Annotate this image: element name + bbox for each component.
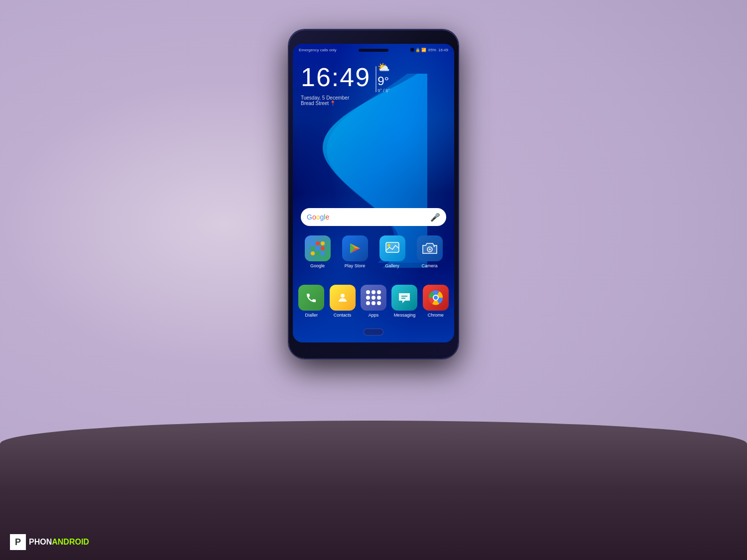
weather-widget: ⛅ 9° 9° / 6° <box>377 61 390 93</box>
app-icon-gallery[interactable]: Gallery <box>375 235 409 268</box>
camera-icon-image <box>417 235 443 261</box>
svg-point-5 <box>387 244 390 247</box>
location-text: Bread Street 📍 <box>301 101 390 106</box>
logo-icon: P <box>10 534 26 550</box>
weather-temperature: 9° <box>377 74 390 88</box>
play-store-svg <box>348 241 362 255</box>
weather-range: 9° / 6° <box>377 88 390 93</box>
phone-screen[interactable]: Emergency calls only 🔒 📶 65% 16:49 16:49… <box>293 44 454 342</box>
gallery-label: Gallery <box>385 263 399 268</box>
dock-app-dialler[interactable]: Dialler <box>297 285 326 318</box>
dialler-label: Dialler <box>305 313 318 318</box>
time-widget: 16:49 ⛅ 9° 9° / 6° Tuesday, 5 December B… <box>301 61 390 106</box>
chrome-label: Chrome <box>428 313 444 318</box>
chrome-icon-image <box>423 285 449 311</box>
status-emergency-text: Emergency calls only <box>299 48 337 52</box>
svg-point-8 <box>433 246 435 247</box>
home-button[interactable] <box>364 329 383 336</box>
dock-app-contacts[interactable]: Contacts <box>328 285 357 318</box>
google-logo: Google <box>307 213 329 221</box>
svg-point-9 <box>341 294 345 298</box>
phonandroid-logo: P PHONANDROID <box>10 534 89 550</box>
search-bar[interactable]: Google 🎤 <box>301 208 446 226</box>
camera-svg <box>422 241 438 255</box>
time-divider <box>375 66 376 92</box>
dialler-svg <box>305 292 317 304</box>
messaging-svg <box>397 292 411 304</box>
dialler-icon-image <box>298 285 324 311</box>
google-label: Google <box>310 263 325 268</box>
phone: Emergency calls only 🔒 📶 65% 16:49 16:49… <box>289 30 458 358</box>
camera-label: Camera <box>421 263 437 268</box>
date-text: Tuesday, 5 December <box>301 95 390 101</box>
status-time: 16:49 <box>438 48 448 52</box>
logo-suffix: ANDROID <box>52 538 89 546</box>
background-table <box>0 421 747 560</box>
play-store-label: Play Store <box>345 263 366 268</box>
status-battery: 65% <box>428 48 436 52</box>
google-grid <box>311 241 325 255</box>
svg-point-7 <box>429 248 431 250</box>
dock-app-apps[interactable]: Apps <box>359 285 388 318</box>
dock: Dialler Contacts <box>297 285 450 318</box>
app-icon-camera[interactable]: Camera <box>413 235 446 268</box>
time-display: 16:49 <box>301 64 371 90</box>
logo-prefix: PHON <box>29 538 52 546</box>
messaging-icon-image <box>391 285 417 311</box>
app-grid: Google <box>301 235 446 268</box>
chrome-svg <box>428 290 444 306</box>
apps-icon-image <box>361 285 386 311</box>
messaging-label: Messaging <box>394 313 416 318</box>
gallery-icon-image <box>379 235 405 261</box>
app-icon-play-store[interactable]: Play Store <box>338 235 372 268</box>
microphone-icon[interactable]: 🎤 <box>430 213 440 222</box>
phone-speaker <box>359 49 388 52</box>
svg-point-15 <box>434 296 438 300</box>
logo-text: PHONANDROID <box>29 538 89 547</box>
weather-icon: ⛅ <box>377 61 390 73</box>
dock-app-chrome[interactable]: Chrome <box>421 285 450 318</box>
google-icon-image <box>305 235 331 261</box>
apps-label: Apps <box>369 313 379 318</box>
phone-body: Emergency calls only 🔒 📶 65% 16:49 16:49… <box>289 30 458 358</box>
contacts-label: Contacts <box>334 313 352 318</box>
svg-rect-4 <box>386 242 399 252</box>
gallery-svg <box>385 241 400 255</box>
location-pin-icon: 📍 <box>330 101 336 106</box>
status-right: 🔒 📶 65% 16:49 <box>415 48 448 52</box>
app-icon-google[interactable]: Google <box>301 235 334 268</box>
contacts-icon-image <box>330 285 356 311</box>
dock-app-messaging[interactable]: Messaging <box>390 285 419 318</box>
front-camera <box>410 48 414 52</box>
play-store-icon-image <box>342 235 368 261</box>
contacts-svg <box>337 292 349 304</box>
status-icons: 🔒 📶 <box>415 48 426 52</box>
